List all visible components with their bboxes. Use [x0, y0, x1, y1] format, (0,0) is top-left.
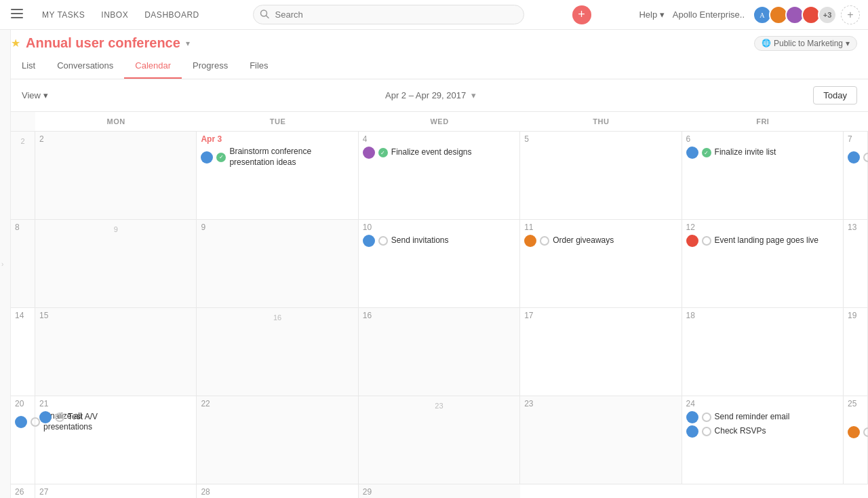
task-avatar — [363, 147, 375, 159]
task-item[interactable]: Send reminder email — [686, 411, 839, 423]
day-num: 15 — [39, 311, 192, 320]
day-num: 9 — [201, 223, 353, 232]
top-nav: MY TASKS INBOX DASHBOARD + Help ▾ Apollo… — [0, 0, 868, 30]
day-num: 18 — [686, 311, 839, 320]
nav-links: MY TASKS INBOX DASHBOARD — [37, 7, 205, 22]
week-num-cell-3: 16 — [197, 308, 358, 396]
day-num: 29 — [363, 487, 516, 497]
svg-rect-1 — [11, 13, 23, 14]
day-num: 4 — [363, 134, 515, 144]
task-item[interactable]: Finalize all presentations — [15, 411, 31, 432]
task-avatar — [686, 425, 698, 438]
task-label: Brainstorm conference presentation ideas — [229, 147, 353, 168]
task-label: Finalize event designs — [391, 147, 472, 158]
day-num: 12 — [686, 223, 839, 232]
project-header: ★ Annual user conference ▾ 🌐 Public to M… — [0, 30, 868, 79]
task-item[interactable]: Select caterer — [848, 147, 863, 168]
svg-rect-0 — [11, 9, 23, 10]
project-name: Annual user conference — [26, 35, 180, 51]
day-num: Apr 3 — [201, 134, 353, 144]
task-item[interactable]: Send invitations — [363, 235, 515, 247]
view-button[interactable]: View ▾ — [22, 90, 48, 100]
task-check — [540, 236, 549, 246]
task-avatar — [848, 426, 860, 438]
day-num: 22 — [201, 399, 353, 408]
dashboard-link[interactable]: DASHBOARD — [139, 7, 205, 22]
date-range-chevron-icon[interactable]: ▾ — [471, 90, 476, 100]
day-cell-apr7: 7 Select caterer — [844, 132, 868, 220]
project-tabs: List Conversations Calendar Progress Fil… — [11, 54, 857, 79]
tab-files[interactable]: Files — [239, 54, 279, 79]
task-avatar — [686, 147, 698, 159]
my-tasks-link[interactable]: MY TASKS — [37, 7, 90, 22]
day-num: 17 — [524, 311, 677, 320]
day-cell-apr3: Apr 3 ✓ Brainstorm conference presentati… — [197, 132, 358, 220]
lock-icon: 🌐 — [762, 39, 771, 47]
tab-conversations[interactable]: Conversations — [46, 54, 124, 79]
day-num: 14 — [15, 311, 31, 320]
day-header-fri: FRI — [682, 112, 844, 132]
task-item[interactable]: Order giveaways — [524, 235, 677, 247]
project-title-bar: ★ Annual user conference ▾ 🌐 Public to M… — [11, 30, 857, 54]
help-button[interactable]: Help ▾ — [639, 9, 664, 20]
task-avatar — [363, 235, 375, 247]
privacy-badge[interactable]: 🌐 Public to Marketing ▾ — [754, 36, 857, 51]
task-label: Event landing page goes live — [715, 235, 818, 246]
day-num: 10 — [363, 223, 515, 232]
task-item[interactable]: ✓ Brainstorm conference presentation ide… — [201, 147, 353, 168]
task-label: Test A/V — [68, 412, 98, 423]
day-num: 5 — [524, 134, 677, 144]
task-avatar — [201, 151, 213, 164]
task-item[interactable]: ✓ Finalize event designs — [363, 147, 515, 159]
tab-progress[interactable]: Progress — [182, 54, 239, 79]
task-item[interactable]: Test A/V — [39, 411, 192, 423]
star-icon: ★ — [11, 37, 20, 50]
tab-calendar[interactable]: Calendar — [124, 54, 182, 79]
date-range-label: Apr 2 – Apr 29, 2017 — [385, 90, 466, 100]
day-cell-apr28: 28 Caterer arrival 9am Bartender arrival… — [197, 484, 358, 498]
day-cell-apr18: 18 — [682, 308, 844, 396]
privacy-label: Public to Marketing — [774, 39, 843, 48]
add-button[interactable]: + — [572, 5, 591, 24]
day-num: 26 — [15, 487, 31, 497]
task-item[interactable]: Event landing page goes live — [686, 235, 839, 247]
sidebar-arrow-icon: › — [1, 261, 3, 268]
day-num: 24 — [686, 399, 839, 408]
day-cell-apr23: 23 — [520, 396, 682, 484]
task-item[interactable]: Check RSVPs — [686, 425, 839, 438]
day-header-thu: THU — [520, 112, 682, 132]
menu-button[interactable] — [8, 6, 26, 23]
task-avatar — [686, 235, 698, 247]
task-item[interactable]: Pick up printed conference materials — [848, 411, 863, 453]
day-num: 20 — [15, 399, 31, 408]
sidebar-hint: › — [0, 30, 11, 498]
day-num: 21 — [39, 399, 192, 408]
task-avatar — [686, 411, 698, 423]
today-button[interactable]: Today — [813, 86, 857, 104]
tab-list[interactable]: List — [11, 54, 46, 79]
day-num: 28 — [201, 487, 353, 497]
search-input[interactable] — [253, 5, 524, 24]
day-num: 16 — [363, 311, 515, 320]
day-num: 19 — [848, 311, 863, 320]
avatar-stack: +3 + — [753, 5, 860, 24]
task-check — [55, 413, 64, 422]
day-cell-apr20: 20 Finalize all presentations — [11, 396, 35, 484]
inbox-link[interactable]: INBOX — [96, 7, 134, 22]
day-cell-apr13: 13 — [844, 220, 868, 308]
task-label: Order giveaways — [553, 235, 614, 246]
calendar-container: View ▾ Apr 2 – Apr 29, 2017 ▾ Today MON … — [11, 79, 868, 498]
task-check: ✓ — [702, 148, 711, 157]
day-cell-apr2: 2 — [35, 132, 197, 220]
add-member-button[interactable]: + — [841, 5, 860, 24]
day-cell-apr27: 27 Host pre-event networking session Set… — [35, 484, 197, 498]
project-menu-button[interactable]: ▾ — [186, 39, 190, 48]
day-cell-apr22: 22 — [197, 396, 358, 484]
task-item[interactable]: ✓ Finalize invite list — [686, 147, 839, 159]
day-cell-apr25: 25 Pick up printed conference materials — [844, 396, 868, 484]
enterprise-label: Apollo Enterprise.. — [673, 9, 745, 20]
day-cell-apr9: 9 — [197, 220, 358, 308]
day-cell-apr26: 26 — [11, 484, 35, 498]
date-range: Apr 2 – Apr 29, 2017 ▾ — [385, 90, 476, 100]
day-cell-apr15: 15 — [35, 308, 197, 396]
